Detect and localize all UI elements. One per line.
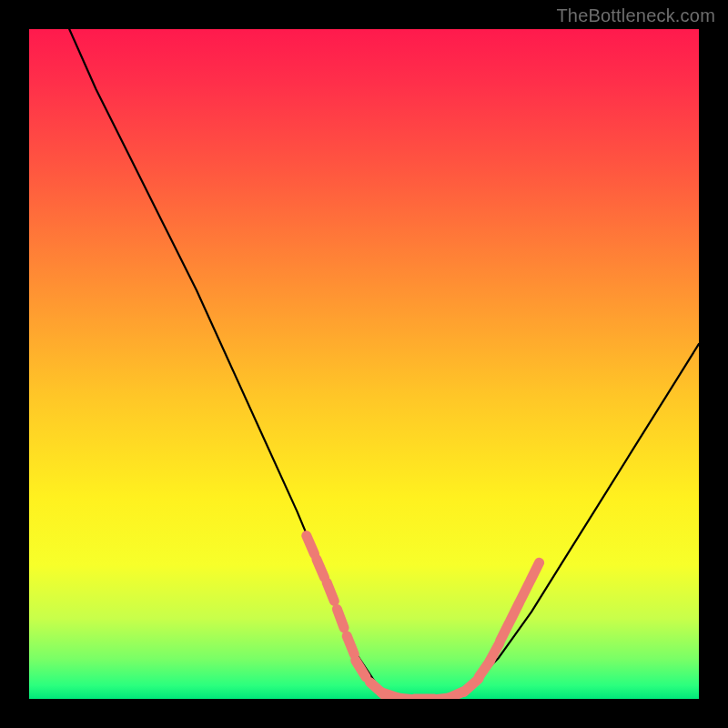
bottleneck-curve xyxy=(69,29,699,699)
chart-overlay xyxy=(29,29,699,699)
marker-point xyxy=(500,623,510,642)
marker-point xyxy=(347,636,354,654)
marker-point xyxy=(327,582,334,602)
marker-point xyxy=(521,582,530,601)
marker-point xyxy=(356,661,367,678)
marker-point xyxy=(337,609,344,628)
marker-point xyxy=(531,562,540,581)
plot-area xyxy=(29,29,699,699)
highlighted-points xyxy=(307,536,540,699)
chart-frame: TheBottleneck.com xyxy=(0,0,728,728)
marker-point xyxy=(307,536,315,554)
marker-point xyxy=(511,603,520,622)
marker-point xyxy=(317,559,325,577)
watermark-text: TheBottleneck.com xyxy=(556,5,715,26)
